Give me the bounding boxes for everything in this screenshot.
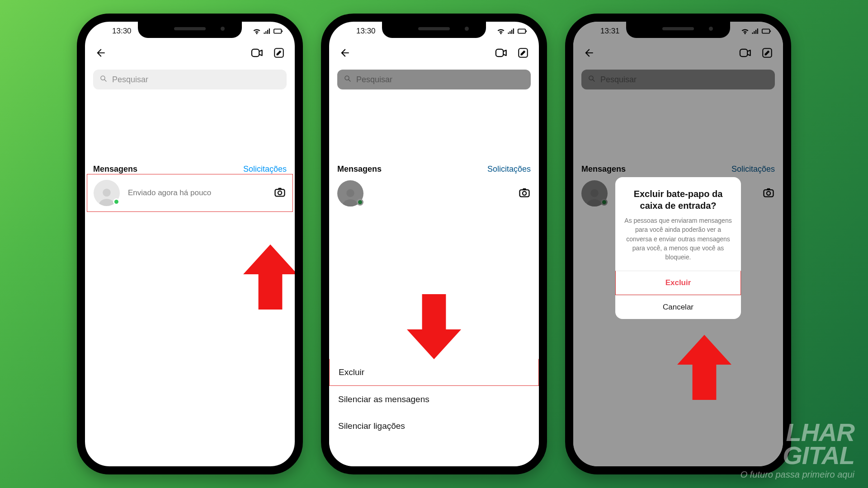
conversation-subtitle: Enviado agora há pouco xyxy=(128,188,265,197)
camera-icon[interactable] xyxy=(518,186,531,201)
online-indicator-icon xyxy=(357,199,363,206)
watermark-brand-1: LHAR xyxy=(786,418,854,446)
phone-screen: 13:31 Pesquisar Mensagens xyxy=(573,22,783,466)
battery-icon xyxy=(273,26,283,36)
dialog-body: As pessoas que enviaram mensagens para v… xyxy=(615,216,741,271)
status-icons xyxy=(252,26,283,36)
sheet-delete[interactable]: Excluir xyxy=(329,359,539,386)
search-placeholder: Pesquisar xyxy=(356,75,392,84)
phone-step-3: 13:31 Pesquisar Mensagens xyxy=(565,14,791,474)
watermark-brand-2: GITAL xyxy=(783,441,854,469)
conversation-row[interactable]: Enviado agora há pouco xyxy=(87,174,293,212)
phone-notch xyxy=(626,21,730,38)
requests-link[interactable]: Solicitações xyxy=(243,164,287,174)
action-sheet: Excluir Silenciar as mensagens Silenciar… xyxy=(329,327,539,466)
online-indicator-icon xyxy=(113,198,120,205)
sheet-mute-messages[interactable]: Silenciar as mensagens xyxy=(329,386,539,413)
phone-notch xyxy=(138,21,242,38)
conversation-row[interactable] xyxy=(329,174,539,213)
messages-heading: Mensagens xyxy=(93,164,137,174)
delete-chat-dialog: Excluir bate-papo da caixa de entrada? A… xyxy=(615,177,741,319)
messages-section-header: Mensagens Solicitações xyxy=(329,164,539,174)
status-icons xyxy=(496,26,527,36)
dialog-cancel-button[interactable]: Cancelar xyxy=(615,295,741,319)
dialog-delete-button[interactable]: Excluir xyxy=(615,271,741,295)
status-time: 13:30 xyxy=(356,27,376,36)
wifi-icon xyxy=(252,27,261,36)
app-header xyxy=(85,41,295,67)
phone-step-2: 13:30 Pesquisar Mensagens xyxy=(321,14,547,474)
requests-link[interactable]: Solicitações xyxy=(487,164,531,174)
signal-icon xyxy=(263,27,271,35)
back-button[interactable] xyxy=(339,47,351,61)
compose-button[interactable] xyxy=(273,47,285,61)
app-header xyxy=(329,41,539,67)
signal-icon xyxy=(507,27,515,35)
avatar xyxy=(337,180,363,206)
wifi-icon xyxy=(496,27,505,36)
search-input[interactable]: Pesquisar xyxy=(93,70,287,89)
video-call-button[interactable] xyxy=(495,47,507,61)
search-icon xyxy=(344,75,352,85)
dialog-title: Excluir bate-papo da caixa de entrada? xyxy=(615,177,741,216)
annotation-arrow-icon xyxy=(243,243,295,311)
back-button[interactable] xyxy=(95,47,107,61)
search-input[interactable]: Pesquisar xyxy=(337,70,531,89)
compose-button[interactable] xyxy=(517,47,529,61)
search-icon xyxy=(99,75,108,85)
status-time: 13:30 xyxy=(112,27,132,36)
avatar xyxy=(94,180,120,206)
phone-step-1: 13:30 Pesquisar Mensagens Solicitações xyxy=(77,14,303,474)
messages-section-header: Mensagens Solicitações xyxy=(85,164,295,174)
battery-icon xyxy=(517,26,527,36)
phone-screen: 13:30 Pesquisar Mensagens Solicitações xyxy=(85,22,295,466)
messages-heading: Mensagens xyxy=(337,164,382,174)
sheet-mute-calls[interactable]: Silenciar ligações xyxy=(329,413,539,439)
camera-icon[interactable] xyxy=(274,186,286,200)
phone-notch xyxy=(382,21,486,38)
video-call-button[interactable] xyxy=(250,47,263,61)
search-placeholder: Pesquisar xyxy=(112,75,148,84)
phone-screen: 13:30 Pesquisar Mensagens xyxy=(329,22,539,466)
